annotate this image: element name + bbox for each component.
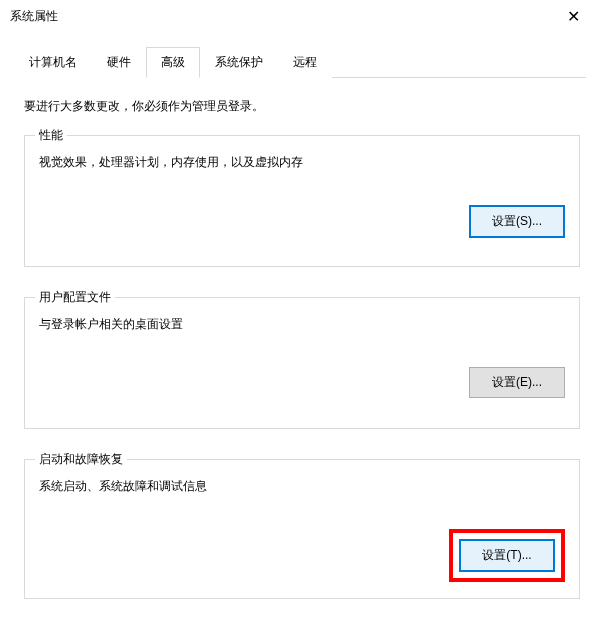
settings-performance-button[interactable]: 设置(S)... — [469, 205, 565, 238]
intro-text: 要进行大多数更改，你必须作为管理员登录。 — [24, 98, 580, 115]
highlight-marker-red: 设置(T)... — [449, 529, 565, 582]
content-area: 要进行大多数更改，你必须作为管理员登录。 性能 视觉效果，处理器计划，内存使用，… — [0, 78, 600, 599]
group-startup-recovery-button-row: 设置(T)... — [39, 529, 565, 582]
close-icon[interactable]: ✕ — [559, 3, 588, 30]
tab-computer-name[interactable]: 计算机名 — [14, 47, 92, 78]
group-performance-title: 性能 — [35, 127, 67, 144]
tab-hardware[interactable]: 硬件 — [92, 47, 146, 78]
tab-remote[interactable]: 远程 — [278, 47, 332, 78]
tab-system-protection[interactable]: 系统保护 — [200, 47, 278, 78]
group-startup-recovery-desc: 系统启动、系统故障和调试信息 — [39, 478, 565, 495]
group-user-profiles-button-row: 设置(E)... — [39, 367, 565, 398]
settings-user-profiles-button[interactable]: 设置(E)... — [469, 367, 565, 398]
group-user-profiles-title: 用户配置文件 — [35, 289, 115, 306]
group-startup-recovery: 启动和故障恢复 系统启动、系统故障和调试信息 设置(T)... — [24, 459, 580, 599]
titlebar: 系统属性 ✕ — [0, 0, 600, 32]
window-title: 系统属性 — [10, 8, 58, 25]
group-startup-recovery-title: 启动和故障恢复 — [35, 451, 127, 468]
group-performance: 性能 视觉效果，处理器计划，内存使用，以及虚拟内存 设置(S)... — [24, 135, 580, 267]
group-performance-desc: 视觉效果，处理器计划，内存使用，以及虚拟内存 — [39, 154, 565, 171]
group-user-profiles: 用户配置文件 与登录帐户相关的桌面设置 设置(E)... — [24, 297, 580, 429]
settings-startup-recovery-button[interactable]: 设置(T)... — [459, 539, 555, 572]
group-user-profiles-desc: 与登录帐户相关的桌面设置 — [39, 316, 565, 333]
tabs: 计算机名 硬件 高级 系统保护 远程 — [14, 46, 586, 78]
tab-advanced[interactable]: 高级 — [146, 47, 200, 78]
tabs-container: 计算机名 硬件 高级 系统保护 远程 — [0, 32, 600, 78]
group-performance-button-row: 设置(S)... — [39, 205, 565, 238]
